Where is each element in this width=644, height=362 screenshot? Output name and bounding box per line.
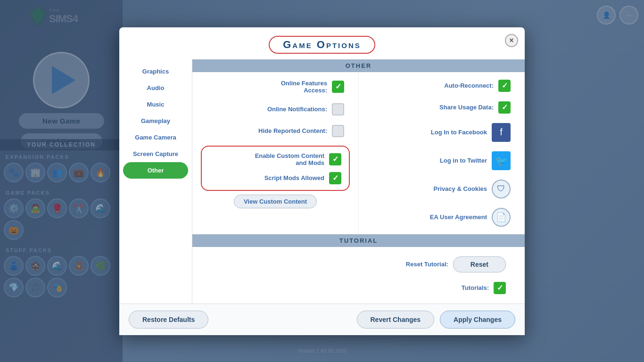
tutorial-section-header: Tutorial <box>192 234 525 247</box>
auto-reconnect-row: Auto-Reconnect: <box>363 75 520 97</box>
enable-cc-label: Enable Custom Content and Mods <box>254 152 324 166</box>
privacy-button[interactable]: 🛡 <box>492 180 511 198</box>
ea-agreement-label: EA User Agreement <box>430 214 487 221</box>
restore-defaults-button[interactable]: Restore Defaults <box>129 311 208 329</box>
other-section-header: Other <box>192 59 525 72</box>
share-usage-row: Share Usage Data: <box>363 97 520 118</box>
share-usage-label: Share Usage Data: <box>439 104 494 111</box>
nav-item-music[interactable]: Music <box>119 96 192 113</box>
online-notifications-row: Online Notifications: <box>197 99 354 120</box>
modal-footer: Restore Defaults Revert Changes Apply Ch… <box>119 304 525 335</box>
share-usage-checkbox[interactable] <box>498 101 511 114</box>
nav-item-game-camera[interactable]: Game Camera <box>119 129 192 146</box>
tutorials-checkbox[interactable] <box>494 282 506 294</box>
hide-reported-label: Hide Reported Content: <box>258 127 327 134</box>
game-options-modal: Game Options × Graphics Audio Music Game… <box>119 27 525 335</box>
close-button[interactable]: × <box>505 34 518 47</box>
ea-agreement-row: EA User Agreement 📄 <box>363 203 520 231</box>
tutorial-options: Reset Tutorial: Reset Tutorials: <box>192 247 525 304</box>
script-mods-row: Script Mods Allowed <box>206 170 345 186</box>
options-left-col: Online Features Access: Online Notificat… <box>192 72 358 234</box>
nav-item-other[interactable]: Other <box>123 162 188 179</box>
ea-agreement-button[interactable]: 📄 <box>492 208 511 227</box>
modal-overlay: Game Options × Graphics Audio Music Game… <box>0 0 644 362</box>
twitter-row: Log in to Twitter 🐦 <box>363 147 520 175</box>
modal-title-wrapper: Game Options <box>269 36 375 54</box>
cc-options-group: Enable Custom Content and Mods Script Mo… <box>201 146 350 191</box>
auto-reconnect-checkbox[interactable] <box>498 80 511 92</box>
nav-item-audio[interactable]: Audio <box>119 80 192 96</box>
modal-content-area: Other Online Features Access: Online Not… <box>192 59 525 304</box>
twitter-button[interactable]: 🐦 <box>492 151 511 170</box>
hide-reported-checkbox[interactable] <box>332 125 344 137</box>
footer-right-buttons: Revert Changes Apply Changes <box>357 311 516 329</box>
facebook-label: Log In to Facebook <box>431 129 487 136</box>
modal-nav: Graphics Audio Music Gameplay Game Camer… <box>119 59 192 304</box>
enable-cc-checkbox[interactable] <box>329 153 341 165</box>
view-custom-content-button[interactable]: View Custom Content <box>234 195 317 208</box>
tutorials-label: Tutorials: <box>462 284 489 291</box>
modal-header: Game Options × <box>119 27 525 59</box>
online-notifications-checkbox[interactable] <box>332 103 344 115</box>
enable-cc-row: Enable Custom Content and Mods <box>206 150 345 168</box>
nav-item-graphics[interactable]: Graphics <box>119 63 192 80</box>
reset-tutorial-row: Reset Tutorial: Reset <box>202 252 515 277</box>
privacy-label: Privacy & Cookies <box>434 185 487 192</box>
tutorials-row: Tutorials: <box>202 277 515 299</box>
revert-changes-button[interactable]: Revert Changes <box>357 311 435 329</box>
privacy-row: Privacy & Cookies 🛡 <box>363 175 520 203</box>
online-notifications-label: Online Notifications: <box>267 106 327 113</box>
online-features-checkbox[interactable] <box>332 81 344 93</box>
other-options-grid: Online Features Access: Online Notificat… <box>192 72 525 234</box>
options-right-col: Auto-Reconnect: Share Usage Data: Log In… <box>358 72 525 234</box>
script-mods-label: Script Mods Allowed <box>264 174 324 181</box>
reset-tutorial-button[interactable]: Reset <box>453 256 506 272</box>
twitter-label: Log in to Twitter <box>440 157 487 164</box>
apply-changes-button[interactable]: Apply Changes <box>440 311 515 329</box>
facebook-button[interactable]: f <box>492 123 511 142</box>
cc-highlighted-section: Enable Custom Content and Mods Script Mo… <box>197 142 354 212</box>
script-mods-checkbox[interactable] <box>329 172 341 184</box>
online-features-label: Online Features Access: <box>256 80 327 94</box>
hide-reported-row: Hide Reported Content: <box>197 120 354 142</box>
auto-reconnect-label: Auto-Reconnect: <box>444 82 494 89</box>
modal-body: Graphics Audio Music Gameplay Game Camer… <box>119 59 525 304</box>
facebook-row: Log In to Facebook f <box>363 118 520 147</box>
reset-tutorial-label: Reset Tutorial: <box>406 261 448 268</box>
modal-title: Game Options <box>283 39 361 50</box>
nav-item-screen-capture[interactable]: Screen Capture <box>119 146 192 162</box>
online-features-row: Online Features Access: <box>197 75 354 99</box>
nav-item-gameplay[interactable]: Gameplay <box>119 113 192 129</box>
